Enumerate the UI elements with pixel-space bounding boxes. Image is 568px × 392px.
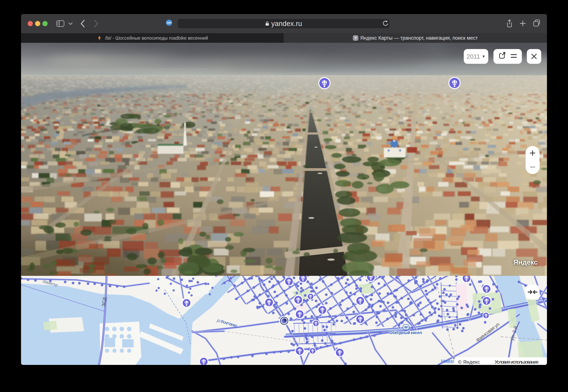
svg-text:ABP: ABP — [166, 21, 172, 24]
svg-text:M: M — [404, 325, 408, 330]
svg-text:Условия использования: Условия использования — [495, 359, 539, 365]
svg-text:Обводный канал: Обводный канал — [389, 330, 422, 335]
svg-text:© Яндекс: © Яндекс — [458, 359, 480, 365]
svg-text:ЗСД: ЗСД — [101, 297, 107, 307]
